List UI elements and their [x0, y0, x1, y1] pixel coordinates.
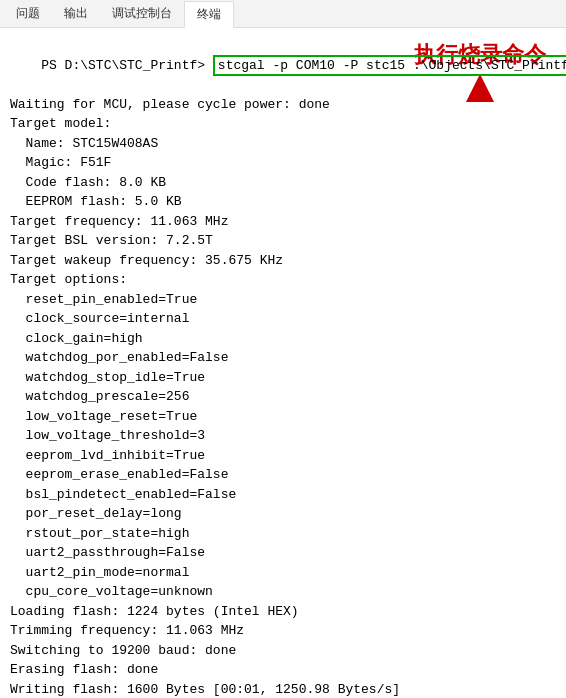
tab-problem[interactable]: 问题: [4, 1, 52, 26]
terminal-line: reset_pin_enabled=True: [10, 290, 556, 310]
terminal-line: Target wakeup frequency: 35.675 KHz: [10, 251, 556, 271]
terminal-first-line: PS D:\STC\STC_Printf> stcgal -p COM10 -P…: [10, 36, 556, 95]
tab-bar: 问题 输出 调试控制台 终端: [0, 0, 566, 28]
terminal-line: watchdog_stop_idle=True: [10, 368, 556, 388]
terminal-line: Erasing flash: done: [10, 660, 556, 680]
terminal-line: por_reset_delay=long: [10, 504, 556, 524]
terminal-line: Writing flash: 1600 Bytes [00:01, 1250.9…: [10, 680, 556, 699]
terminal-line: bsl_pindetect_enabled=False: [10, 485, 556, 505]
tab-debug-console[interactable]: 调试控制台: [100, 1, 184, 26]
tab-terminal[interactable]: 终端: [184, 1, 234, 28]
terminal-line: Code flash: 8.0 KB: [10, 173, 556, 193]
terminal-line: clock_source=internal: [10, 309, 556, 329]
terminal-line: cpu_core_voltage=unknown: [10, 582, 556, 602]
terminal-line: uart2_passthrough=False: [10, 543, 556, 563]
terminal-line: Switching to 19200 baud: done: [10, 641, 556, 661]
terminal-area[interactable]: 执行烧录命令 PS D:\STC\STC_Printf> stcgal -p C…: [0, 28, 566, 698]
terminal-line: Magic: F51F: [10, 153, 556, 173]
command-highlighted: stcgal -p COM10 -P stc15 .\Objects\STC_P…: [213, 55, 566, 76]
terminal-line: watchdog_prescale=256: [10, 387, 556, 407]
terminal-line: Target options:: [10, 270, 556, 290]
terminal-line: Name: STC15W408AS: [10, 134, 556, 154]
terminal-line: low_voltage_threshold=3: [10, 426, 556, 446]
terminal-line: eeprom_lvd_inhibit=True: [10, 446, 556, 466]
tab-output[interactable]: 输出: [52, 1, 100, 26]
terminal-line: Target frequency: 11.063 MHz: [10, 212, 556, 232]
terminal-line: Loading flash: 1224 bytes (Intel HEX): [10, 602, 556, 622]
terminal-line: Target BSL version: 7.2.5T: [10, 231, 556, 251]
prompt-prefix: PS D:\STC\STC_Printf>: [41, 58, 213, 73]
terminal-line: uart2_pin_mode=normal: [10, 563, 556, 583]
terminal-line: rstout_por_state=high: [10, 524, 556, 544]
terminal-line: eeprom_erase_enabled=False: [10, 465, 556, 485]
terminal-line: low_voltage_reset=True: [10, 407, 556, 427]
terminal-line: Target model:: [10, 114, 556, 134]
terminal-line: clock_gain=high: [10, 329, 556, 349]
terminal-line: Trimming frequency: 11.063 MHz: [10, 621, 556, 641]
terminal-line: watchdog_por_enabled=False: [10, 348, 556, 368]
terminal-line: EEPROM flash: 5.0 KB: [10, 192, 556, 212]
